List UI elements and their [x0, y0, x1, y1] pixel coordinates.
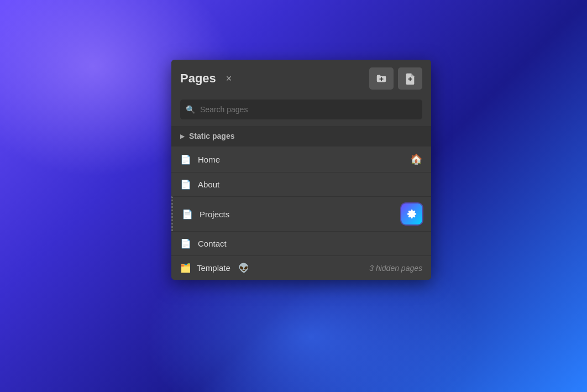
- add-folder-button[interactable]: [369, 67, 394, 90]
- page-item-projects-left: 📄 Projects: [182, 209, 229, 219]
- page-file-icon: 📄: [182, 209, 193, 219]
- page-name-home: Home: [198, 155, 220, 164]
- page-name-projects: Projects: [200, 210, 229, 219]
- search-input[interactable]: [180, 100, 422, 119]
- settings-button-projects[interactable]: [401, 203, 422, 224]
- page-item-contact[interactable]: 📄 Contact: [171, 231, 431, 255]
- page-item-template[interactable]: 🗂️ Template 👽 3 hidden pages: [171, 255, 431, 280]
- panel-actions: [369, 67, 422, 90]
- close-button[interactable]: ×: [223, 72, 235, 86]
- page-item-home[interactable]: 📄 Home 🏠: [171, 146, 431, 172]
- template-left: 🗂️ Template 👽: [180, 263, 249, 273]
- alien-emoji-icon: 👽: [238, 263, 249, 273]
- template-name: Template: [197, 263, 230, 273]
- page-name-about: About: [198, 180, 219, 189]
- page-name-contact: Contact: [198, 239, 227, 248]
- add-page-icon: [404, 72, 416, 85]
- home-icon: 🏠: [410, 153, 422, 165]
- panel-header: Pages ×: [171, 60, 431, 97]
- search-icon: 🔍: [186, 105, 195, 114]
- panel-title-area: Pages ×: [180, 71, 235, 86]
- panel-title: Pages: [180, 71, 216, 86]
- add-page-button[interactable]: [398, 67, 422, 90]
- page-item-home-left: 📄 Home: [180, 154, 220, 165]
- page-file-icon: 📄: [180, 154, 191, 165]
- page-file-icon: 📄: [180, 238, 191, 249]
- static-pages-label: Static pages: [189, 132, 234, 140]
- static-pages-section-header[interactable]: ▶ Static pages: [171, 126, 431, 146]
- page-item-about[interactable]: 📄 About: [171, 172, 431, 196]
- page-item-projects[interactable]: 📄 Projects: [171, 196, 431, 231]
- hidden-pages-label: 3 hidden pages: [369, 264, 422, 273]
- page-item-contact-left: 📄 Contact: [180, 238, 227, 249]
- chevron-down-icon: ▶: [180, 133, 185, 139]
- page-file-icon: 📄: [180, 179, 191, 190]
- search-bar: 🔍: [180, 100, 422, 119]
- pages-panel: Pages × 🔍 ▶ Static pag: [171, 60, 431, 280]
- add-folder-icon: [375, 72, 387, 85]
- template-file-icon: 🗂️: [180, 263, 191, 273]
- gear-icon: [407, 209, 417, 219]
- page-item-about-left: 📄 About: [180, 179, 219, 190]
